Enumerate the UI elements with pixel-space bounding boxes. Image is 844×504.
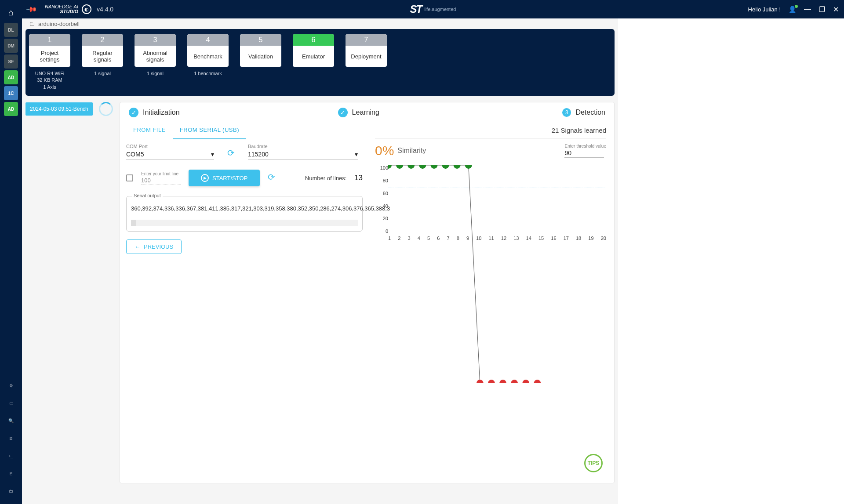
step-6[interactable]: 6Emulator — [293, 34, 334, 70]
app-logo: NANOEDGE AI STUDIO ◐ — [45, 4, 91, 14]
tab-from-file[interactable]: FROM FILE — [126, 121, 173, 139]
sidebar-item-dm[interactable]: DM — [4, 39, 18, 53]
svg-point-6 — [442, 165, 449, 169]
sidebar-item-sf[interactable]: SF — [4, 54, 18, 69]
serial-output-text: 360,392,374,336,336,367,381,411,385,317,… — [131, 205, 358, 212]
version-label: v4.4.0 — [97, 6, 113, 13]
svg-point-4 — [419, 165, 426, 169]
field-label: COM Port — [126, 144, 214, 149]
close-button[interactable]: ✕ — [833, 5, 839, 14]
svg-point-2 — [396, 165, 403, 169]
step-4[interactable]: 4Benchmark1 benchmark — [187, 34, 229, 77]
lines-value: 13 — [354, 174, 363, 182]
serial-output-box: Serial output 360,392,374,336,336,367,38… — [126, 196, 363, 232]
settings-gears-icon[interactable]: ⚙ — [4, 378, 18, 392]
title-bar: 📌 NANOEDGE AI STUDIO ◐ v4.4.0 ST life.au… — [22, 0, 844, 18]
com-port-value: COM5 — [126, 151, 144, 158]
phase-number-badge: 3 — [562, 108, 571, 117]
benchmark-chip[interactable]: 2024-05-03 09:51-Bench — [25, 102, 93, 116]
field-label: Baudrate — [248, 144, 358, 149]
svg-point-11 — [499, 380, 506, 383]
com-port-field[interactable]: COM Port COM5▾ — [126, 144, 214, 160]
serial-output-title: Serial output — [132, 193, 163, 198]
phase-initialization[interactable]: ✓ Initialization — [129, 108, 180, 117]
svg-point-10 — [488, 380, 495, 383]
sidebar-item-ad[interactable]: AD — [4, 102, 18, 116]
source-tabs: FROM FILE FROM SERIAL (USB) — [126, 121, 363, 139]
refresh-serial-button[interactable]: ⟳ — [268, 172, 275, 184]
sidebar-item-dl[interactable]: DL — [4, 23, 18, 37]
similarity-label: Similarity — [397, 147, 426, 155]
step-2[interactable]: 2Regular signals1 signal — [82, 34, 123, 77]
threshold-value: 90 — [564, 149, 604, 158]
tab-from-serial[interactable]: FROM SERIAL (USB) — [173, 121, 246, 139]
step-5[interactable]: 5Validation — [240, 34, 281, 70]
export-icon[interactable]: ⎘ — [4, 466, 18, 480]
terminal-icon[interactable]: ›_ — [4, 449, 18, 463]
app-name-bottom: STUDIO — [45, 9, 78, 14]
detection-panel: 21 Signals learned 0% Similarity Enter t… — [363, 121, 614, 254]
benchmark-list: 2024-05-03 09:51-Bench — [25, 102, 114, 483]
tips-button[interactable]: TIPS — [584, 454, 603, 472]
svg-point-12 — [511, 380, 518, 383]
company-brand: ST life.augmented — [410, 3, 456, 15]
folder-icon[interactable]: 🗀 — [4, 484, 18, 498]
home-icon[interactable]: ⌂ — [4, 5, 18, 19]
workflow-steps: 1Project settingsUNO R4 WiFi32 KB RAM1 A… — [25, 29, 615, 96]
greeting-label: Hello Julian ! — [748, 6, 781, 13]
step-7[interactable]: 7Deployment — [346, 34, 387, 70]
chevron-down-icon: ▾ — [355, 151, 358, 158]
similarity-chart: 100806040200 123456789101112131415161718… — [375, 165, 606, 244]
arrow-left-icon: ← — [135, 243, 140, 250]
tips-label: TIPS — [588, 460, 600, 466]
start-stop-button[interactable]: ▶ START/STOP — [189, 170, 260, 186]
field-label: Enter your limit line — [141, 171, 181, 176]
maximize-button[interactable]: ❐ — [819, 5, 825, 14]
chat-icon[interactable]: ▭ — [4, 396, 18, 410]
lines-label: Number of lines: — [305, 175, 347, 181]
phase-row: ✓ Initialization ✓ Learning 3 Detection — [120, 102, 614, 121]
phase-label: Learning — [352, 109, 379, 116]
signals-learned-label: 21 Signals learned — [375, 125, 606, 139]
svg-point-5 — [430, 165, 437, 169]
step-3[interactable]: 3Abnormal signals1 signal — [135, 34, 176, 77]
phase-detection[interactable]: 3 Detection — [562, 108, 605, 117]
search-doc-icon[interactable]: 🔍 — [4, 413, 18, 428]
svg-point-3 — [407, 165, 415, 169]
folder-icon: 🗀 — [29, 21, 35, 27]
refresh-com-button[interactable]: ⟳ — [227, 148, 235, 160]
crop-blank — [618, 0, 844, 504]
phase-label: Detection — [575, 109, 605, 116]
minimize-button[interactable]: — — [804, 5, 811, 13]
user-avatar-icon[interactable]: 👤 — [789, 6, 796, 13]
field-label: Enter threshold value — [564, 144, 606, 149]
threshold-field[interactable]: Enter threshold value 90 — [564, 144, 606, 158]
previous-button[interactable]: ← PREVIOUS — [126, 239, 182, 254]
svg-point-8 — [465, 165, 472, 169]
check-icon: ✓ — [338, 108, 348, 117]
breadcrumb: 🗀 arduino-doorbell — [25, 18, 615, 29]
loading-spinner-icon — [99, 102, 113, 116]
phase-learning[interactable]: ✓ Learning — [338, 108, 379, 117]
sidebar-item-ad[interactable]: AD — [4, 70, 18, 84]
document-icon[interactable]: 🗎 — [4, 431, 18, 445]
sidebar-item-1c[interactable]: 1C — [4, 86, 18, 100]
limit-line-checkbox[interactable] — [126, 174, 133, 181]
svg-point-1 — [388, 165, 392, 169]
baudrate-field[interactable]: Baudrate 115200▾ — [248, 144, 358, 160]
svg-point-9 — [477, 380, 484, 383]
serial-input-panel: FROM FILE FROM SERIAL (USB) COM Port COM… — [120, 121, 363, 254]
check-icon: ✓ — [129, 108, 138, 117]
workspace: 🗀 arduino-doorbell 1Project settingsUNO … — [22, 18, 618, 504]
line-count: Number of lines: 13 — [305, 174, 363, 182]
brand-tagline: life.augmented — [424, 7, 456, 12]
emulator-panel: ✓ Initialization ✓ Learning 3 Detection … — [120, 102, 615, 483]
svg-point-13 — [522, 380, 529, 383]
svg-point-14 — [534, 380, 541, 383]
baudrate-value: 115200 — [248, 151, 269, 158]
pin-icon[interactable]: 📌 — [25, 3, 38, 15]
limit-line-input[interactable] — [141, 176, 181, 185]
phase-label: Initialization — [143, 109, 180, 116]
step-1[interactable]: 1Project settingsUNO R4 WiFi32 KB RAM1 A… — [29, 34, 70, 91]
similarity-value: 0% — [375, 143, 394, 158]
